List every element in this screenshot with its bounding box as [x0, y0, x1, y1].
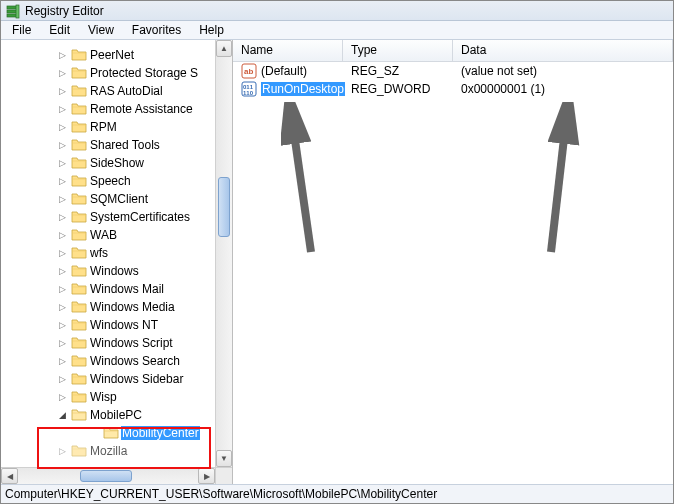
disclosure-closed-icon[interactable]: ▷: [57, 104, 67, 114]
folder-icon: [71, 264, 87, 278]
svg-line-12: [551, 112, 567, 252]
vscroll-thumb[interactable]: [218, 177, 230, 237]
disclosure-closed-icon[interactable]: ▷: [57, 284, 67, 294]
folder-icon: [71, 408, 87, 422]
menu-help[interactable]: Help: [192, 22, 231, 38]
tree-item[interactable]: ▷ Wisp: [1, 388, 215, 406]
disclosure-closed-icon[interactable]: ▷: [57, 392, 67, 402]
disclosure-closed-icon[interactable]: ▷: [57, 68, 67, 78]
scroll-left-button[interactable]: ◀: [1, 468, 18, 484]
tree-item[interactable]: ▷ Shared Tools: [1, 136, 215, 154]
value-data: 0x00000001 (1): [453, 82, 673, 96]
string-value-icon: ab: [241, 63, 257, 79]
svg-rect-2: [7, 14, 17, 17]
menu-edit[interactable]: Edit: [42, 22, 77, 38]
column-header-name[interactable]: Name: [233, 40, 343, 61]
tree-item-label: Windows Script: [89, 336, 174, 350]
scroll-up-button[interactable]: ▲: [216, 40, 232, 57]
tree-item[interactable]: ▷ Protected Storage S: [1, 64, 215, 82]
value-type: REG_SZ: [343, 64, 453, 78]
menu-favorites[interactable]: Favorites: [125, 22, 188, 38]
tree-item[interactable]: ▷ Windows Sidebar: [1, 370, 215, 388]
tree-item-label: MobilityCenter: [121, 426, 200, 440]
tree-item[interactable]: ▷ Windows: [1, 262, 215, 280]
scroll-right-button[interactable]: ▶: [198, 468, 215, 484]
folder-icon: [71, 48, 87, 62]
tree-item-label: Protected Storage S: [89, 66, 199, 80]
disclosure-closed-icon[interactable]: ▷: [57, 212, 67, 222]
tree-view[interactable]: ▷ PeerNet▷ Protected Storage S▷ RAS Auto…: [1, 40, 215, 467]
tree-item[interactable]: MobilityCenter: [1, 424, 215, 442]
menu-view[interactable]: View: [81, 22, 121, 38]
scroll-down-button[interactable]: ▼: [216, 450, 232, 467]
folder-icon: [71, 210, 87, 224]
tree-item[interactable]: ▷ Windows NT: [1, 316, 215, 334]
value-name: RunOnDesktop: [261, 82, 345, 96]
tree-item[interactable]: ◢ MobilePC: [1, 406, 215, 424]
list-pane: Name Type Data ab (Default)REG_SZ(value …: [233, 40, 673, 484]
horizontal-scrollbar[interactable]: ◀ ▶: [1, 467, 215, 484]
value-data: (value not set): [453, 64, 673, 78]
disclosure-closed-icon[interactable]: ▷: [57, 176, 67, 186]
list-row[interactable]: ab (Default)REG_SZ(value not set): [233, 62, 673, 80]
tree-item[interactable]: ▷ Remote Assistance: [1, 100, 215, 118]
menu-file[interactable]: File: [5, 22, 38, 38]
tree-item-label: Windows Search: [89, 354, 181, 368]
folder-icon: [71, 228, 87, 242]
folder-icon: [71, 336, 87, 350]
folder-icon: [71, 84, 87, 98]
svg-text:ab: ab: [244, 67, 253, 76]
list-row[interactable]: 011 110 RunOnDesktopREG_DWORD0x00000001 …: [233, 80, 673, 98]
disclosure-closed-icon[interactable]: [89, 428, 99, 438]
tree-item[interactable]: ▷ Windows Mail: [1, 280, 215, 298]
hscroll-thumb[interactable]: [80, 470, 132, 482]
tree-pane: ▷ PeerNet▷ Protected Storage S▷ RAS Auto…: [1, 40, 233, 484]
column-header-type[interactable]: Type: [343, 40, 453, 61]
disclosure-closed-icon[interactable]: ▷: [57, 158, 67, 168]
disclosure-closed-icon[interactable]: ▷: [57, 374, 67, 384]
dword-value-icon: 011 110: [241, 81, 257, 97]
disclosure-closed-icon[interactable]: ▷: [57, 446, 67, 456]
tree-item[interactable]: ▷ Windows Media: [1, 298, 215, 316]
disclosure-closed-icon[interactable]: ▷: [57, 140, 67, 150]
disclosure-closed-icon[interactable]: ▷: [57, 248, 67, 258]
tree-item[interactable]: ▷ Mozilla: [1, 442, 215, 460]
tree-item[interactable]: ▷ SQMClient: [1, 190, 215, 208]
disclosure-closed-icon[interactable]: ▷: [57, 338, 67, 348]
tree-item[interactable]: ▷ SystemCertificates: [1, 208, 215, 226]
list-body[interactable]: ab (Default)REG_SZ(value not set) 011 11…: [233, 62, 673, 98]
folder-icon: [71, 66, 87, 80]
disclosure-closed-icon[interactable]: ▷: [57, 302, 67, 312]
list-header: Name Type Data: [233, 40, 673, 62]
disclosure-closed-icon[interactable]: ▷: [57, 122, 67, 132]
column-header-data[interactable]: Data: [453, 40, 673, 61]
tree-item-label: Wisp: [89, 390, 118, 404]
tree-item-label: Windows Mail: [89, 282, 165, 296]
disclosure-closed-icon[interactable]: ▷: [57, 356, 67, 366]
tree-item[interactable]: ▷ Windows Script: [1, 334, 215, 352]
vertical-scrollbar[interactable]: ▲ ▼: [215, 40, 232, 467]
folder-icon: [71, 390, 87, 404]
disclosure-closed-icon[interactable]: ▷: [57, 86, 67, 96]
disclosure-closed-icon[interactable]: ▷: [57, 194, 67, 204]
svg-rect-0: [7, 6, 17, 9]
disclosure-closed-icon[interactable]: ▷: [57, 230, 67, 240]
value-name: (Default): [261, 64, 307, 78]
tree-item[interactable]: ▷ RAS AutoDial: [1, 82, 215, 100]
tree-item[interactable]: ▷ WAB: [1, 226, 215, 244]
tree-item[interactable]: ▷ PeerNet: [1, 46, 215, 64]
tree-item[interactable]: ▷ SideShow: [1, 154, 215, 172]
tree-item-label: Mozilla: [89, 444, 128, 458]
tree-item[interactable]: ▷ Windows Search: [1, 352, 215, 370]
disclosure-open-icon[interactable]: ◢: [57, 410, 67, 420]
folder-icon: [103, 426, 119, 440]
tree-item-label: Windows Sidebar: [89, 372, 184, 386]
disclosure-closed-icon[interactable]: ▷: [57, 320, 67, 330]
scroll-corner: [215, 467, 232, 484]
disclosure-closed-icon[interactable]: ▷: [57, 50, 67, 60]
tree-item[interactable]: ▷ RPM: [1, 118, 215, 136]
disclosure-closed-icon[interactable]: ▷: [57, 266, 67, 276]
tree-item[interactable]: ▷ Speech: [1, 172, 215, 190]
tree-item[interactable]: ▷ wfs: [1, 244, 215, 262]
title-bar: Registry Editor: [1, 1, 673, 21]
